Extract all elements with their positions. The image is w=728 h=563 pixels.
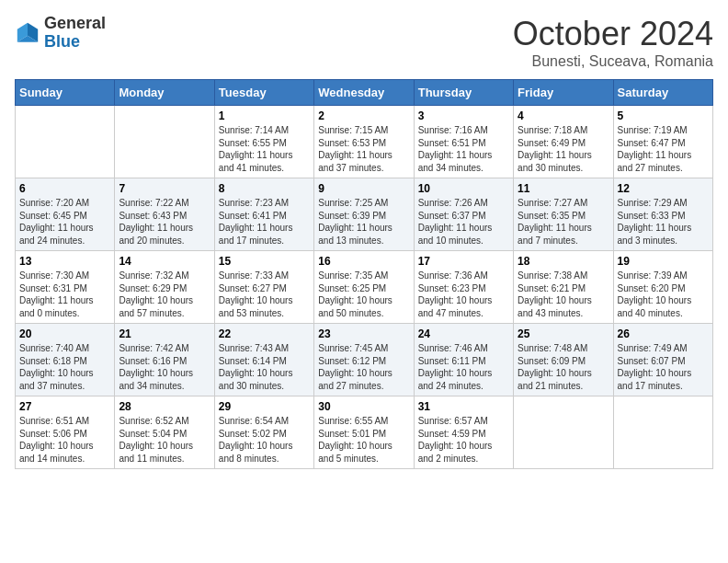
- day-number: 24: [418, 327, 509, 340]
- day-number: 13: [19, 255, 110, 268]
- day-info: Sunrise: 7:45 AM Sunset: 6:12 PM Dayligh…: [318, 342, 409, 392]
- day-number: 11: [518, 182, 609, 195]
- day-number: 10: [418, 182, 509, 195]
- day-info: Sunrise: 7:22 AM Sunset: 6:43 PM Dayligh…: [119, 197, 210, 247]
- day-number: 27: [19, 400, 110, 413]
- day-number: 14: [119, 255, 210, 268]
- day-number: 21: [119, 327, 210, 340]
- day-cell: [16, 106, 115, 178]
- day-number: 18: [518, 255, 609, 268]
- day-number: 17: [418, 255, 509, 268]
- weekday-header-monday: Monday: [115, 80, 214, 106]
- day-number: 31: [418, 400, 509, 413]
- day-info: Sunrise: 7:29 AM Sunset: 6:33 PM Dayligh…: [618, 197, 709, 247]
- day-cell: 7Sunrise: 7:22 AM Sunset: 6:43 PM Daylig…: [115, 178, 214, 251]
- weekday-header-friday: Friday: [514, 80, 613, 106]
- week-row-5: 27Sunrise: 6:51 AM Sunset: 5:06 PM Dayli…: [16, 396, 713, 469]
- day-info: Sunrise: 7:49 AM Sunset: 6:07 PM Dayligh…: [618, 342, 709, 392]
- day-cell: 17Sunrise: 7:36 AM Sunset: 6:23 PM Dayli…: [414, 251, 513, 324]
- day-info: Sunrise: 7:40 AM Sunset: 6:18 PM Dayligh…: [19, 342, 110, 392]
- day-number: 16: [318, 255, 409, 268]
- day-number: 25: [518, 327, 609, 340]
- day-info: Sunrise: 7:18 AM Sunset: 6:49 PM Dayligh…: [518, 124, 609, 174]
- day-number: 28: [119, 400, 210, 413]
- day-number: 5: [618, 109, 709, 122]
- day-info: Sunrise: 7:19 AM Sunset: 6:47 PM Dayligh…: [618, 124, 709, 174]
- day-cell: 27Sunrise: 6:51 AM Sunset: 5:06 PM Dayli…: [16, 396, 115, 469]
- weekday-header-saturday: Saturday: [613, 80, 712, 106]
- day-info: Sunrise: 7:33 AM Sunset: 6:27 PM Dayligh…: [219, 270, 310, 319]
- day-cell: 10Sunrise: 7:26 AM Sunset: 6:37 PM Dayli…: [414, 178, 513, 251]
- day-number: 8: [219, 182, 310, 195]
- day-cell: 28Sunrise: 6:52 AM Sunset: 5:04 PM Dayli…: [115, 396, 214, 469]
- week-row-1: 1Sunrise: 7:14 AM Sunset: 6:55 PM Daylig…: [16, 106, 713, 178]
- day-info: Sunrise: 7:42 AM Sunset: 6:16 PM Dayligh…: [119, 342, 210, 392]
- day-number: 30: [318, 400, 409, 413]
- location-title: Bunesti, Suceava, Romania: [513, 53, 713, 70]
- day-cell: 29Sunrise: 6:54 AM Sunset: 5:02 PM Dayli…: [214, 396, 313, 469]
- day-number: 23: [318, 327, 409, 340]
- day-number: 9: [318, 182, 409, 195]
- week-row-2: 6Sunrise: 7:20 AM Sunset: 6:45 PM Daylig…: [16, 178, 713, 251]
- page-header: General Blue October 2024 Bunesti, Sucea…: [15, 15, 713, 70]
- day-number: 15: [219, 255, 310, 268]
- day-cell: 19Sunrise: 7:39 AM Sunset: 6:20 PM Dayli…: [613, 251, 712, 324]
- day-info: Sunrise: 6:51 AM Sunset: 5:06 PM Dayligh…: [19, 415, 110, 465]
- day-cell: 21Sunrise: 7:42 AM Sunset: 6:16 PM Dayli…: [115, 324, 214, 396]
- logo-blue-text: Blue: [44, 32, 80, 51]
- day-cell: [514, 396, 613, 469]
- day-number: 29: [219, 400, 310, 413]
- day-cell: 23Sunrise: 7:45 AM Sunset: 6:12 PM Dayli…: [314, 324, 414, 396]
- week-row-3: 13Sunrise: 7:30 AM Sunset: 6:31 PM Dayli…: [16, 251, 713, 324]
- day-number: 6: [19, 182, 110, 195]
- day-info: Sunrise: 7:32 AM Sunset: 6:29 PM Dayligh…: [119, 270, 210, 319]
- day-number: 3: [418, 109, 509, 122]
- day-cell: 18Sunrise: 7:38 AM Sunset: 6:21 PM Dayli…: [514, 251, 613, 324]
- day-number: 2: [318, 109, 409, 122]
- day-info: Sunrise: 7:39 AM Sunset: 6:20 PM Dayligh…: [618, 270, 709, 319]
- title-block: October 2024 Bunesti, Suceava, Romania: [513, 15, 713, 70]
- day-info: Sunrise: 6:52 AM Sunset: 5:04 PM Dayligh…: [119, 415, 210, 465]
- day-cell: 26Sunrise: 7:49 AM Sunset: 6:07 PM Dayli…: [613, 324, 712, 396]
- day-cell: 13Sunrise: 7:30 AM Sunset: 6:31 PM Dayli…: [16, 251, 115, 324]
- calendar-table: SundayMondayTuesdayWednesdayThursdayFrid…: [15, 79, 713, 469]
- day-number: 22: [219, 327, 310, 340]
- month-title: October 2024: [513, 15, 713, 53]
- day-number: 12: [618, 182, 709, 195]
- day-info: Sunrise: 7:35 AM Sunset: 6:25 PM Dayligh…: [318, 270, 409, 319]
- day-info: Sunrise: 7:30 AM Sunset: 6:31 PM Dayligh…: [19, 270, 110, 319]
- day-number: 1: [219, 109, 310, 122]
- day-info: Sunrise: 7:15 AM Sunset: 6:53 PM Dayligh…: [318, 124, 409, 174]
- day-info: Sunrise: 7:38 AM Sunset: 6:21 PM Dayligh…: [518, 270, 609, 319]
- day-number: 4: [518, 109, 609, 122]
- day-info: Sunrise: 7:20 AM Sunset: 6:45 PM Dayligh…: [19, 197, 110, 247]
- day-cell: [613, 396, 712, 469]
- day-cell: 1Sunrise: 7:14 AM Sunset: 6:55 PM Daylig…: [214, 106, 313, 178]
- day-info: Sunrise: 7:27 AM Sunset: 6:35 PM Dayligh…: [518, 197, 609, 247]
- weekday-header-wednesday: Wednesday: [314, 80, 414, 106]
- day-info: Sunrise: 7:14 AM Sunset: 6:55 PM Dayligh…: [219, 124, 310, 174]
- week-row-4: 20Sunrise: 7:40 AM Sunset: 6:18 PM Dayli…: [16, 324, 713, 396]
- day-cell: 25Sunrise: 7:48 AM Sunset: 6:09 PM Dayli…: [514, 324, 613, 396]
- day-cell: 11Sunrise: 7:27 AM Sunset: 6:35 PM Dayli…: [514, 178, 613, 251]
- day-cell: 31Sunrise: 6:57 AM Sunset: 4:59 PM Dayli…: [414, 396, 513, 469]
- day-info: Sunrise: 7:48 AM Sunset: 6:09 PM Dayligh…: [518, 342, 609, 392]
- logo-general-text: General: [44, 14, 106, 32]
- day-info: Sunrise: 7:46 AM Sunset: 6:11 PM Dayligh…: [418, 342, 509, 392]
- day-cell: 20Sunrise: 7:40 AM Sunset: 6:18 PM Dayli…: [16, 324, 115, 396]
- day-info: Sunrise: 7:26 AM Sunset: 6:37 PM Dayligh…: [418, 197, 509, 247]
- day-info: Sunrise: 6:57 AM Sunset: 4:59 PM Dayligh…: [418, 415, 509, 465]
- day-info: Sunrise: 7:43 AM Sunset: 6:14 PM Dayligh…: [219, 342, 310, 392]
- day-cell: 12Sunrise: 7:29 AM Sunset: 6:33 PM Dayli…: [613, 178, 712, 251]
- day-cell: 9Sunrise: 7:25 AM Sunset: 6:39 PM Daylig…: [314, 178, 414, 251]
- day-number: 20: [19, 327, 110, 340]
- day-number: 7: [119, 182, 210, 195]
- day-cell: 6Sunrise: 7:20 AM Sunset: 6:45 PM Daylig…: [16, 178, 115, 251]
- weekday-header-sunday: Sunday: [16, 80, 115, 106]
- logo: General Blue: [15, 15, 106, 52]
- day-cell: 24Sunrise: 7:46 AM Sunset: 6:11 PM Dayli…: [414, 324, 513, 396]
- day-number: 26: [618, 327, 709, 340]
- weekday-header-thursday: Thursday: [414, 80, 513, 106]
- day-cell: 3Sunrise: 7:16 AM Sunset: 6:51 PM Daylig…: [414, 106, 513, 178]
- day-info: Sunrise: 7:23 AM Sunset: 6:41 PM Dayligh…: [219, 197, 310, 247]
